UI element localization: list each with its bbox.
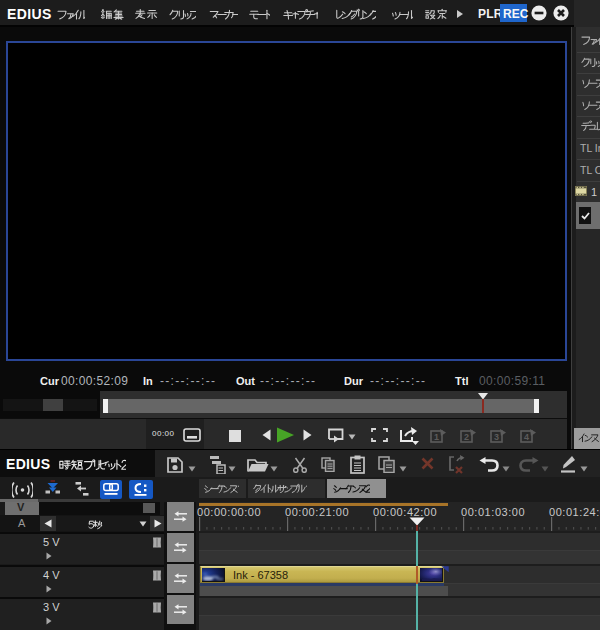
- svg-text:3: 3: [494, 432, 499, 442]
- svg-text:2: 2: [464, 432, 469, 442]
- svg-text:4: 4: [524, 432, 529, 442]
- svg-text:1: 1: [434, 432, 439, 442]
